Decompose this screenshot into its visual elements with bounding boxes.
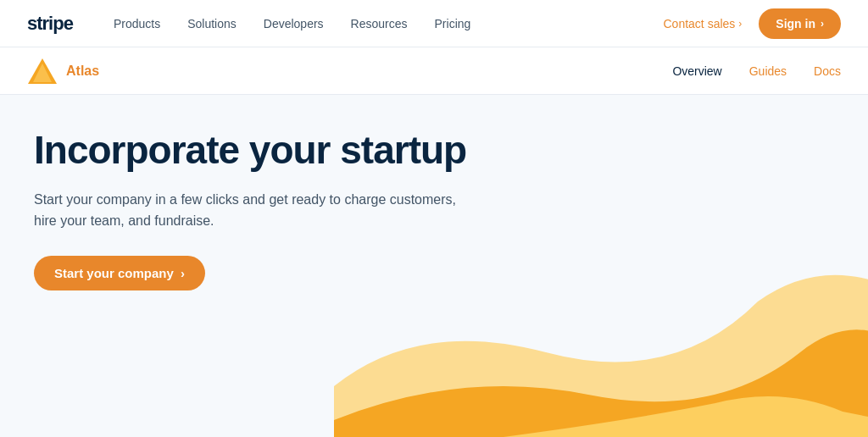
secondary-navbar: Atlas Overview Guides Docs bbox=[0, 47, 868, 95]
signin-arrow: › bbox=[821, 18, 824, 30]
main-navbar: stripe Products Solutions Developers Res… bbox=[0, 0, 868, 47]
atlas-brand[interactable]: Atlas bbox=[27, 56, 672, 86]
cta-arrow: › bbox=[181, 266, 185, 280]
signin-button[interactable]: Sign in › bbox=[759, 8, 841, 39]
nav-products[interactable]: Products bbox=[100, 0, 174, 47]
nav-solutions[interactable]: Solutions bbox=[174, 0, 250, 47]
hero-section: Incorporate your startup Start your comp… bbox=[0, 95, 475, 290]
hero-title: Incorporate your startup bbox=[34, 129, 475, 172]
nav-developers[interactable]: Developers bbox=[250, 0, 337, 47]
stripe-logo[interactable]: stripe bbox=[27, 13, 73, 35]
contact-sales-link[interactable]: Contact sales › bbox=[654, 17, 753, 30]
sec-nav-guides[interactable]: Guides bbox=[749, 64, 787, 78]
contact-sales-arrow: › bbox=[738, 18, 742, 30]
atlas-logo-icon bbox=[27, 56, 58, 86]
nav-right-actions: Contact sales › Sign in › bbox=[654, 8, 842, 39]
nav-links: Products Solutions Developers Resources … bbox=[100, 0, 654, 47]
nav-resources[interactable]: Resources bbox=[337, 0, 421, 47]
main-content: Incorporate your startup Start your comp… bbox=[0, 95, 868, 437]
atlas-brand-name: Atlas bbox=[66, 64, 99, 79]
start-company-button[interactable]: Start your company › bbox=[34, 256, 205, 290]
sec-nav-docs[interactable]: Docs bbox=[814, 64, 841, 78]
contact-sales-label: Contact sales bbox=[664, 17, 736, 30]
signin-label: Sign in bbox=[776, 17, 815, 30]
cta-label: Start your company bbox=[54, 266, 174, 280]
nav-pricing[interactable]: Pricing bbox=[421, 0, 485, 47]
hero-subtitle: Start your company in a few clicks and g… bbox=[34, 189, 458, 232]
sec-nav-overview[interactable]: Overview bbox=[672, 64, 721, 78]
secondary-nav-links: Overview Guides Docs bbox=[672, 64, 841, 78]
